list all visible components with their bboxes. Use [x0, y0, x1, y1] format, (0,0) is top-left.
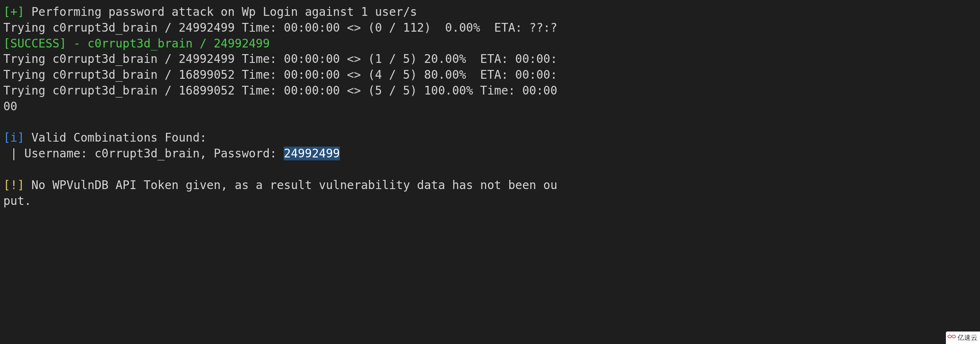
line-1-text: Performing password attack on Wp Login a…	[25, 5, 417, 19]
selected-password: 24992499	[284, 147, 340, 160]
watermark-text: 亿速云	[958, 333, 978, 342]
line-5: Trying c0rrupt3d_brain / 16899052 Time: …	[3, 68, 557, 82]
status-info-prefix: [i]	[3, 131, 25, 145]
line-3-success: [SUCCESS] - c0rrupt3d_brain / 24992499	[3, 37, 270, 50]
line-10-pre: | Username: c0rrupt3d_brain, Password:	[3, 147, 284, 160]
line-7: 00	[3, 100, 17, 113]
line-4: Trying c0rrupt3d_brain / 24992499 Time: …	[3, 52, 557, 66]
line-6: Trying c0rrupt3d_brain / 16899052 Time: …	[3, 84, 557, 97]
status-warn-prefix: [!]	[3, 178, 25, 192]
terminal-output[interactable]: [+] Performing password attack on Wp Log…	[0, 0, 980, 209]
line-2: Trying c0rrupt3d_brain / 24992499 Time: …	[3, 21, 557, 35]
line-12-text: No WPVulnDB API Token given, as a result…	[25, 178, 557, 192]
line-13: put.	[3, 194, 31, 208]
line-9-text: Valid Combinations Found:	[25, 131, 207, 145]
watermark-badge: 亿速云	[946, 332, 980, 344]
status-plus-prefix: [+]	[3, 5, 25, 19]
infinity-icon	[948, 332, 956, 343]
